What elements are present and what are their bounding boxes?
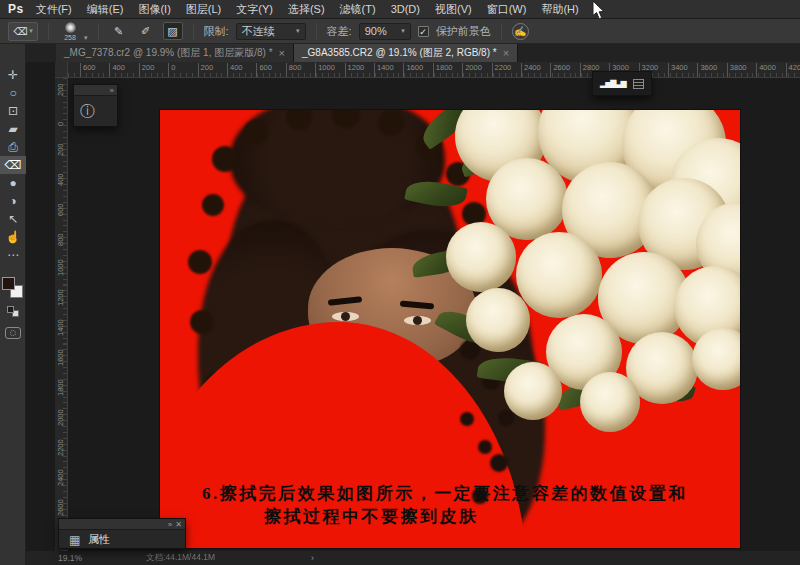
quick-mask-button[interactable]: [5, 327, 21, 339]
ruler-tick-label: 2200: [492, 63, 512, 77]
ruler-tick-label: 2400: [521, 63, 541, 77]
separator: [48, 23, 49, 40]
photoshop-logo[interactable]: Ps: [8, 2, 24, 16]
blur-tool-button[interactable]: ●: [0, 174, 26, 192]
sampling-once-button[interactable]: ✐: [136, 22, 156, 40]
properties-icon: ▦: [69, 534, 80, 546]
hand-tool-button[interactable]: ☝: [0, 228, 26, 246]
ruler-tick-label: 0: [56, 122, 65, 126]
menu-bar: Ps 文件(F)编辑(E)图像(I)图层(L)文字(Y)选择(S)滤镜(T)3D…: [0, 0, 800, 19]
ruler-tick-label: 1600: [403, 63, 423, 77]
properties-panel[interactable]: » ✕ ▦ 属性: [58, 518, 186, 549]
more-tools-button[interactable]: ⋯: [0, 246, 26, 264]
menu-3d[interactable]: 3D(D): [391, 3, 420, 15]
document-tab-bar: _MG_7378.cr2 @ 19.9% (图层 1, 图层蒙版/8) * × …: [26, 44, 800, 62]
close-icon[interactable]: ×: [503, 48, 509, 58]
move-tool-button[interactable]: ✛: [0, 66, 26, 84]
info-mini-panel[interactable]: » ⓘ: [73, 84, 118, 127]
healing-brush-tool-button[interactable]: ▰: [0, 120, 26, 138]
dodge-tool-button[interactable]: ◑: [0, 192, 26, 210]
canvas-image[interactable]: 6.擦拭完后效果如图所示，一定要注意容差的数值设置和 擦拭过程中不要擦到皮肤: [160, 110, 740, 548]
photo-rose-blossom: [504, 362, 562, 420]
ruler-tick-label: 3600: [697, 63, 717, 77]
pen-pressure-icon[interactable]: ✍: [512, 23, 529, 40]
menu-layer[interactable]: 图层(L): [186, 2, 221, 17]
zoom-level-field[interactable]: 19.1%: [58, 553, 82, 563]
foreground-color-swatch[interactable]: [2, 277, 15, 290]
ruler-tick-label: 3400: [668, 63, 688, 77]
default-colors-icon[interactable]: [7, 306, 19, 317]
histogram-mini-panel[interactable]: ▂▅▇▃▆: [592, 71, 652, 96]
lasso-tool-button[interactable]: ○: [0, 84, 26, 102]
info-panel-header: »: [74, 85, 117, 96]
background-eraser-tool-button[interactable]: ⌫: [0, 156, 26, 174]
menu-window[interactable]: 窗口(W): [487, 2, 527, 17]
ruler-tick-label: 3800: [727, 63, 747, 77]
limits-dropdown[interactable]: 不连续 ▾: [236, 23, 306, 40]
photo-iris: [413, 316, 422, 325]
ruler-tick-label: 0: [168, 63, 175, 77]
collapse-icon[interactable]: »: [168, 520, 172, 529]
ruler-tick-label: 4000: [756, 63, 776, 77]
photo-hair-curl: [478, 440, 492, 454]
menu-file[interactable]: 文件(F): [36, 2, 72, 17]
ruler-tick-label: 600: [256, 63, 272, 77]
options-bar: ⌫ ▾ 258 ▾ ✎ ✐ ▨ 限制: 不连续 ▾ 容差: 90% ▾ ✓ 保护…: [0, 19, 800, 44]
tool-palette: ✛○⊡▰⎙⌫●◑↖☝⋯: [0, 44, 26, 565]
ruler-tick-label: 200: [139, 63, 155, 77]
document-tab-1[interactable]: _MG_7378.cr2 @ 19.9% (图层 1, 图层蒙版/8) * ×: [56, 44, 294, 62]
properties-panel-header: » ✕: [59, 519, 185, 530]
menu-type[interactable]: 文字(Y): [236, 2, 273, 17]
ruler-tick-label: 2600: [550, 63, 570, 77]
menu-help[interactable]: 帮助(H): [541, 2, 578, 17]
clone-stamp-tool-button[interactable]: ⎙: [0, 138, 26, 156]
tool-preset-picker[interactable]: ⌫ ▾: [8, 22, 38, 41]
separator: [501, 23, 502, 40]
photo-iris: [341, 312, 350, 321]
menu-select[interactable]: 选择(S): [288, 2, 325, 17]
quick-mask-icon: [10, 330, 16, 336]
protect-foreground-checkbox[interactable]: ✓: [418, 26, 429, 37]
photo-hair-curl: [190, 310, 214, 334]
menu-image[interactable]: 图像(I): [138, 2, 170, 17]
sampling-background-swatch-button[interactable]: ▨: [163, 22, 183, 40]
collapse-icon[interactable]: »: [110, 86, 114, 95]
ruler-tick-label: 400: [109, 63, 125, 77]
color-swatches[interactable]: [2, 277, 23, 298]
crop-tool-button[interactable]: ⊡: [0, 102, 26, 120]
path-select-tool-button[interactable]: ↖: [0, 210, 26, 228]
brush-size-value: 258: [64, 34, 76, 41]
ruler-tick-label: 800: [286, 63, 302, 77]
ruler-tick-label: 4200: [786, 63, 800, 77]
tolerance-dropdown[interactable]: 90% ▾: [359, 23, 411, 40]
ruler-tick-label: 1200: [345, 63, 365, 77]
close-icon[interactable]: ×: [279, 48, 285, 58]
photo-hair-curl: [378, 110, 404, 136]
document-tab-1-title: _MG_7378.cr2 @ 19.9% (图层 1, 图层蒙版/8) *: [64, 46, 273, 60]
menu-view[interactable]: 视图(V): [435, 2, 472, 17]
ruler-tick-label: 200: [198, 63, 214, 77]
menu-edit[interactable]: 编辑(E): [87, 2, 124, 17]
close-icon[interactable]: ✕: [175, 520, 182, 529]
ruler-corner: [55, 62, 68, 78]
ruler-tick-label: 2000: [56, 409, 65, 426]
ruler-tick-label: 2600: [56, 499, 65, 516]
brush-preset-picker[interactable]: 258 ▾: [59, 20, 88, 42]
brush-tip-icon: [65, 22, 76, 33]
ruler-tick-label: 400: [56, 173, 65, 186]
ruler-tick-label: 600: [56, 203, 65, 216]
photo-rose-blossom: [692, 328, 740, 390]
tolerance-label: 容差:: [327, 24, 352, 39]
separator: [193, 23, 194, 40]
document-tab-2[interactable]: _G8A3585.CR2 @ 19.1% (图层 2, RGB/8) * ×: [294, 44, 518, 62]
separator: [98, 23, 99, 40]
menu-filter[interactable]: 滤镜(T): [340, 2, 376, 17]
sampling-continuous-button[interactable]: ✎: [109, 22, 129, 40]
photo-hair-curl: [244, 120, 268, 144]
ruler-tick-label: 1400: [56, 319, 65, 336]
photo-hair-curl: [202, 194, 224, 216]
tool-list: ✛○⊡▰⎙⌫●◑↖☝⋯: [0, 66, 25, 264]
photo-rose-blossom: [466, 288, 530, 352]
status-chevron-icon[interactable]: ›: [311, 553, 314, 563]
chevron-down-icon: ▾: [84, 34, 88, 42]
